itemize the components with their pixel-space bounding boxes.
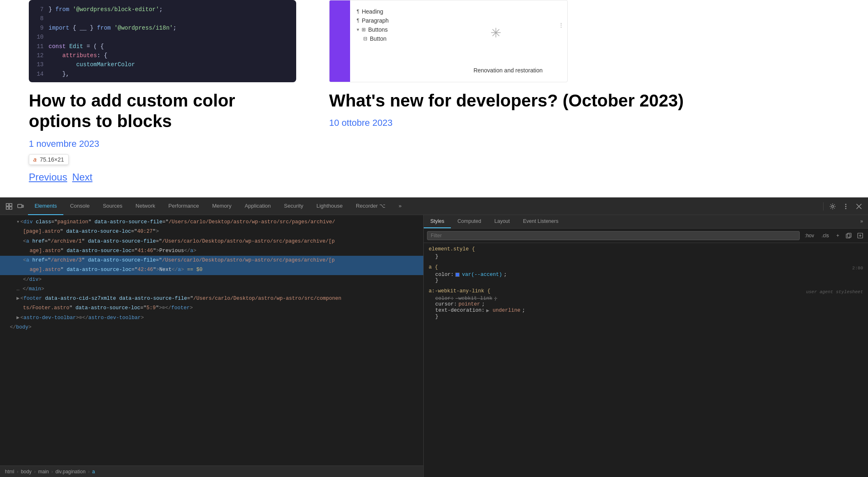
device-toolbar-button[interactable] <box>15 201 26 212</box>
copy-style-button[interactable] <box>844 231 853 240</box>
styles-filter-input[interactable] <box>427 231 800 240</box>
styles-tab-layout[interactable]: Layout <box>488 215 517 228</box>
dom-line-a-next[interactable]: <a href="/archive/3" data-astro-source-f… <box>0 256 423 265</box>
element-style-rule: element.style { } <box>429 246 863 259</box>
inspect-element-button[interactable] <box>3 201 15 212</box>
purple-bar <box>330 0 350 82</box>
tab-more[interactable]: » <box>392 198 408 215</box>
cursor-value: pointer <box>459 301 480 307</box>
more-options-button[interactable] <box>840 201 852 212</box>
tooltip-tag: a <box>33 156 37 163</box>
dom-line-footer[interactable]: ▶ <footer data-astro-cid-sz7xmlte data-a… <box>0 294 423 303</box>
svg-rect-4 <box>18 204 22 208</box>
devtools-panel: Elements Console Sources Network Perform… <box>0 197 868 477</box>
color-value: var(--accent) <box>462 272 502 278</box>
a-rule-line: 2:80 <box>852 266 863 271</box>
dom-line-close-main: … </main> <box>0 285 423 294</box>
breadcrumb-div-pagination[interactable]: div.pagination <box>56 469 86 475</box>
footer-caret: ▶ <box>16 294 20 303</box>
tab-memory[interactable]: Memory <box>206 198 238 215</box>
breadcrumb-body[interactable]: body <box>21 469 32 475</box>
settings-button[interactable] <box>827 201 838 212</box>
star-decoration: ✳ <box>490 25 501 41</box>
tree-item-button: ⊟ Button <box>357 34 561 43</box>
more-button[interactable]: ⋮ <box>558 22 564 28</box>
svg-rect-0 <box>6 204 9 206</box>
dom-line-a-next-cont: age].astro" data-astro-source-loc="42:46… <box>0 265 423 275</box>
right-post-date: 10 ottobre 2023 <box>329 118 843 128</box>
user-agent-label: user agent stylesheet <box>806 289 863 294</box>
screenshot-content: ¶ Heading ¶ Paragraph ▾ ⊞ Buttons ⋮ ⊟ Bu… <box>350 0 567 82</box>
webkit-text-decoration-property: text-decoration: ▶ underline ; <box>429 307 863 314</box>
devtools-main: ▾ <div class="pagination" data-astro-sou… <box>0 215 868 477</box>
text-decoration-value: underline <box>493 308 521 313</box>
separator <box>823 202 824 211</box>
dom-line-footer-cont: ts/Footer.astro" data-astro-source-loc="… <box>0 303 423 313</box>
breadcrumb-main[interactable]: main <box>38 469 49 475</box>
tab-performance[interactable]: Performance <box>162 198 205 215</box>
svg-rect-1 <box>9 204 12 206</box>
svg-rect-3 <box>9 207 12 209</box>
webkit-selector: a:-webkit-any-link { <box>429 288 803 294</box>
dom-line-div-pagination[interactable]: ▾ <div class="pagination" data-astro-sou… <box>0 218 423 227</box>
svg-point-7 <box>845 204 847 205</box>
dom-content[interactable]: ▾ <div class="pagination" data-astro-sou… <box>0 215 423 465</box>
tab-network[interactable]: Network <box>129 198 162 215</box>
new-rule-button[interactable] <box>856 231 865 240</box>
webkit-rule-header: a:-webkit-any-link { user agent styleshe… <box>429 288 863 296</box>
expand-arrow-icon: ▾ <box>357 27 359 32</box>
tab-security[interactable]: Security <box>277 198 310 215</box>
pseudo-class-button[interactable]: :hov <box>802 232 817 239</box>
webkit-cursor-property: cursor: pointer ; <box>429 301 863 307</box>
dom-line-div-pagination-cont: [page].astro" data-astro-source-loc="40:… <box>0 227 423 236</box>
webkit-color-property: color: -webkit-link ; <box>429 296 863 301</box>
text-decoration-name: text-decoration: <box>435 308 485 313</box>
expand-arrow-icon[interactable]: ▶ <box>486 307 490 314</box>
next-link[interactable]: Next <box>72 171 92 183</box>
right-screenshot: ¶ Heading ¶ Paragraph ▾ ⊞ Buttons ⋮ ⊟ Bu… <box>329 0 568 82</box>
styles-filter-row: :hov .cls + <box>424 229 868 243</box>
styles-tab-computed[interactable]: Computed <box>451 215 488 228</box>
tab-elements[interactable]: Elements <box>28 198 63 215</box>
tab-application[interactable]: Application <box>238 198 278 215</box>
dom-panel: ▾ <div class="pagination" data-astro-sou… <box>0 215 424 477</box>
dom-breadcrumb: html › body › main › div.pagination › a <box>0 465 423 477</box>
dom-line-a-previous[interactable]: <a href="/archive/1" data-astro-source-f… <box>0 237 423 246</box>
cls-button[interactable]: .cls <box>819 232 831 239</box>
toolbar-caret: ▶ <box>16 314 20 322</box>
a-selector: a { <box>429 264 852 270</box>
styles-content: element.style { } a { 2:80 col <box>424 243 868 477</box>
breadcrumb-a[interactable]: a <box>92 469 95 475</box>
add-style-button[interactable]: + <box>834 232 842 239</box>
styles-tab-styles[interactable]: Styles <box>424 215 451 228</box>
breadcrumb-html[interactable]: html <box>5 469 14 475</box>
dom-line-astro-toolbar[interactable]: ▶ <astro-dev-toolbar>⊙</astro-dev-toolba… <box>0 313 423 323</box>
tab-lighthouse[interactable]: Lighthouse <box>310 198 349 215</box>
a-rule: a { 2:80 color: var(--accent) ; } <box>429 264 863 283</box>
cursor-name: cursor: <box>435 301 457 307</box>
close-devtools-button[interactable] <box>853 201 865 212</box>
element-tooltip: a 75.16×21 <box>29 154 69 165</box>
svg-point-8 <box>845 206 847 207</box>
dom-line-close-div: </div> <box>0 275 423 285</box>
caret-icon: ▾ <box>16 218 20 227</box>
a-color-property: color: var(--accent) ; <box>429 272 863 278</box>
toolbar-right <box>822 201 865 212</box>
element-style-selector: element.style { <box>429 246 863 252</box>
a-rule-close: } <box>429 278 863 283</box>
styles-tab-more[interactable]: » <box>855 215 868 228</box>
tree-item-buttons: ▾ ⊞ Buttons ⋮ <box>357 25 561 34</box>
tab-sources[interactable]: Sources <box>96 198 129 215</box>
tab-recorder[interactable]: Recorder ⌥ <box>349 198 392 215</box>
tooltip-dims: 75.16×21 <box>40 156 64 163</box>
color-swatch-blue[interactable] <box>455 273 460 277</box>
left-post-date: 1 novembre 2023 <box>29 139 284 149</box>
buttons-icon: ⊞ <box>362 27 366 32</box>
devtools-tabs: Elements Console Sources Network Perform… <box>28 198 822 215</box>
svg-rect-2 <box>6 207 9 209</box>
previous-link[interactable]: Previous <box>29 171 67 183</box>
tab-console[interactable]: Console <box>63 198 96 215</box>
styles-tab-event-listeners[interactable]: Event Listeners <box>516 215 565 228</box>
pagination-links: Previous Next <box>29 171 284 183</box>
styles-tabs: Styles Computed Layout Event Listeners » <box>424 215 868 229</box>
